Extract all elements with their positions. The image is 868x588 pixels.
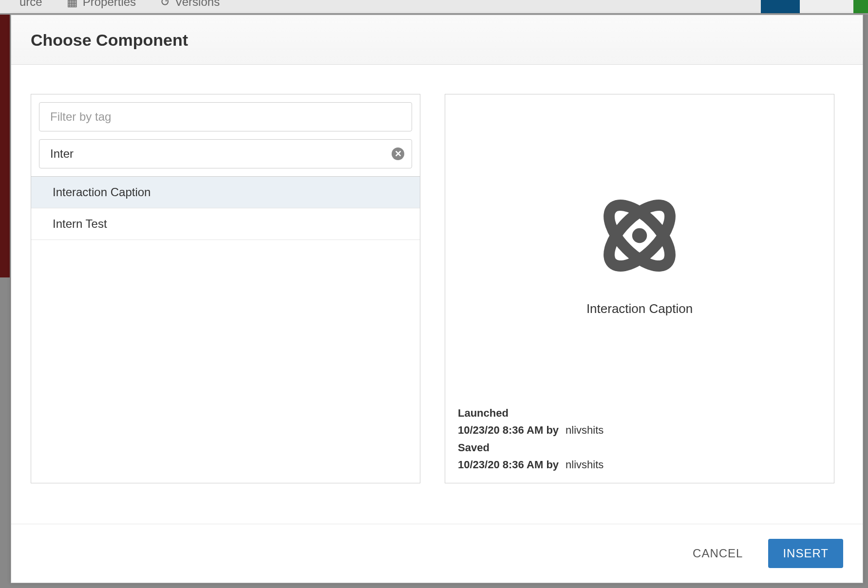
- filter-area: ✕: [31, 94, 420, 176]
- saved-user: nlivshits: [566, 456, 604, 473]
- component-preview-panel: Interaction Caption Launched 10/23/20 8:…: [445, 94, 834, 483]
- saved-label: Saved: [458, 439, 821, 456]
- background-toolbar: urce ▦ Properties ↺ Versions: [0, 0, 868, 15]
- toolbar-box-green: [853, 0, 868, 14]
- launched-user: nlivshits: [566, 422, 604, 439]
- launched-datetime: 10/23/20 8:36 AM by: [458, 422, 559, 439]
- search-input[interactable]: [39, 139, 412, 168]
- cancel-button[interactable]: CANCEL: [687, 540, 749, 567]
- toolbar-item-source: urce: [19, 0, 42, 9]
- result-label: Interaction Caption: [53, 185, 151, 199]
- modal-header: Choose Component: [11, 15, 863, 65]
- preview-metadata: Launched 10/23/20 8:36 AM by nlivshits S…: [455, 402, 824, 473]
- svg-point-2: [632, 228, 647, 243]
- tag-filter-input[interactable]: [39, 102, 412, 131]
- toolbar-item-properties: ▦ Properties: [67, 0, 136, 9]
- background-image-strip: [0, 15, 10, 277]
- toolbar-label: urce: [19, 0, 42, 9]
- launched-label: Launched: [458, 404, 821, 422]
- toolbar-box-light: [800, 0, 853, 14]
- toolbar-right: [761, 0, 868, 14]
- grid-icon: ▦: [67, 0, 78, 9]
- clear-search-button[interactable]: ✕: [392, 147, 404, 160]
- search-row: ✕: [39, 139, 412, 168]
- choose-component-modal: Choose Component ✕ Interaction Caption: [11, 15, 863, 583]
- modal-body: ✕ Interaction Caption Intern Test: [11, 65, 863, 524]
- toolbar-item-versions: ↺ Versions: [160, 0, 220, 9]
- toolbar-label: Properties: [83, 0, 136, 9]
- insert-button[interactable]: INSERT: [768, 539, 843, 568]
- component-list-panel: ✕ Interaction Caption Intern Test: [31, 94, 420, 483]
- saved-datetime: 10/23/20 8:36 AM by: [458, 456, 559, 473]
- preview-center: Interaction Caption: [455, 104, 824, 402]
- results-list: Interaction Caption Intern Test: [31, 176, 420, 483]
- launched-row: 10/23/20 8:36 AM by nlivshits: [458, 422, 821, 439]
- modal-footer: CANCEL INSERT: [11, 524, 863, 583]
- result-item[interactable]: Intern Test: [31, 208, 420, 240]
- preview-title: Interaction Caption: [586, 301, 693, 316]
- toolbar-box-blue: [761, 0, 800, 14]
- tag-filter-row: [39, 102, 412, 131]
- history-icon: ↺: [160, 0, 170, 9]
- result-label: Intern Test: [53, 217, 107, 230]
- result-item[interactable]: Interaction Caption: [31, 177, 420, 208]
- saved-row: 10/23/20 8:36 AM by nlivshits: [458, 456, 821, 473]
- atom-icon: [593, 189, 686, 284]
- modal-title: Choose Component: [31, 31, 843, 50]
- close-icon: ✕: [395, 148, 402, 159]
- toolbar-label: Versions: [175, 0, 220, 9]
